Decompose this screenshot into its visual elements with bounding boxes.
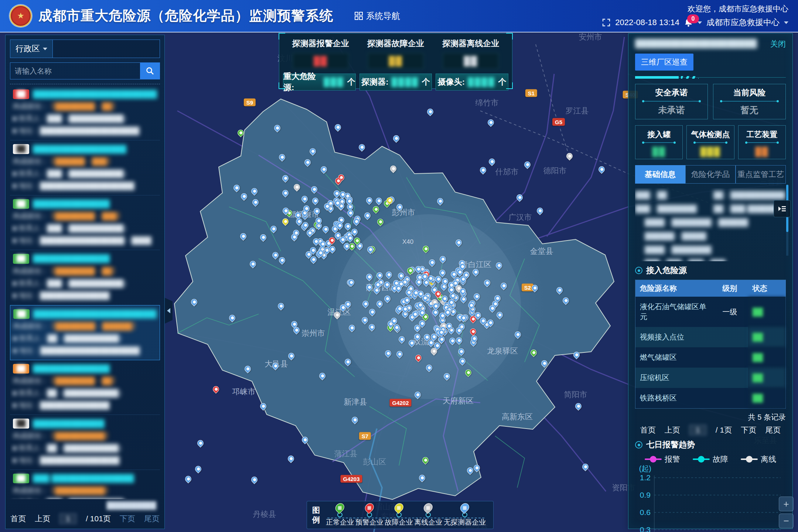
map-marker[interactable]: [251, 198, 260, 207]
map-marker[interactable]: [300, 194, 309, 203]
region-filter-dropdown[interactable]: 行政区: [10, 40, 53, 58]
map-marker[interactable]: [287, 454, 296, 463]
map-marker[interactable]: [212, 385, 221, 393]
map-marker[interactable]: [194, 465, 203, 474]
map-marker[interactable]: [540, 359, 549, 368]
map-marker[interactable]: [310, 185, 319, 194]
map-marker[interactable]: [414, 353, 423, 362]
map-marker[interactable]: [436, 197, 444, 205]
close-button[interactable]: 关闭: [770, 39, 786, 49]
page-number-input[interactable]: 1: [59, 513, 77, 524]
map-marker[interactable]: [499, 281, 508, 290]
fullscreen-icon[interactable]: [602, 18, 611, 27]
map-marker[interactable]: [319, 165, 328, 174]
map-marker[interactable]: [343, 222, 352, 231]
map-marker[interactable]: [535, 206, 544, 215]
map-marker[interactable]: [561, 296, 570, 305]
page-next-button[interactable]: 下页: [741, 425, 756, 435]
map-marker[interactable]: [321, 225, 330, 234]
map-marker[interactable]: [513, 330, 522, 339]
zoom-out-button[interactable]: −: [779, 514, 794, 528]
map-marker[interactable]: [278, 153, 287, 161]
map-marker[interactable]: [259, 233, 267, 242]
map-marker[interactable]: [357, 143, 366, 152]
map-marker[interactable]: [457, 347, 466, 356]
map-marker[interactable]: [333, 311, 342, 320]
map-marker[interactable]: [495, 310, 504, 319]
map-marker[interactable]: [365, 272, 374, 281]
company-list-item[interactable]: ████████████████构成级别：【████████－██】联系人：██…: [10, 360, 160, 415]
map-marker[interactable]: [360, 316, 369, 325]
map-marker[interactable]: [240, 192, 249, 201]
tab-basic-info[interactable]: 基础信息: [635, 165, 685, 184]
map-marker[interactable]: [448, 337, 457, 345]
map-marker[interactable]: [574, 402, 583, 411]
map-marker[interactable]: [523, 160, 532, 169]
map-marker[interactable]: [469, 327, 478, 336]
map-marker[interactable]: [385, 270, 393, 279]
map-marker[interactable]: [287, 351, 296, 360]
company-list-item[interactable]: ██████████████████████████构成级别：【████████…: [10, 86, 160, 140]
map-marker[interactable]: [318, 371, 327, 380]
org-menu[interactable]: 成都市应急救援中心: [706, 17, 780, 28]
map-marker[interactable]: [190, 298, 198, 307]
map-marker[interactable]: [248, 260, 257, 269]
search-button[interactable]: [140, 62, 160, 79]
map-marker[interactable]: [184, 475, 192, 484]
map-marker[interactable]: [458, 357, 467, 366]
map-marker[interactable]: [384, 349, 393, 358]
map-marker[interactable]: [368, 307, 376, 316]
map-marker[interactable]: [483, 278, 492, 287]
map-marker[interactable]: [581, 462, 590, 471]
panel-collapse-button[interactable]: [774, 200, 791, 217]
map-marker[interactable]: [351, 416, 359, 424]
map-marker[interactable]: [398, 335, 406, 344]
map-marker[interactable]: [292, 183, 301, 192]
map-marker[interactable]: [271, 250, 280, 259]
panel-scrollbar[interactable]: [786, 185, 788, 256]
page-first-button[interactable]: 首页: [640, 425, 656, 435]
system-nav-button[interactable]: 系统导航: [355, 10, 400, 22]
notification-button[interactable]: 0: [684, 18, 693, 27]
map-marker[interactable]: [281, 174, 290, 183]
map-marker[interactable]: [389, 164, 398, 173]
page-first-button[interactable]: 首页: [10, 514, 26, 524]
map-marker[interactable]: [365, 283, 374, 291]
map-marker[interactable]: [515, 193, 524, 202]
map-marker[interactable]: [269, 225, 278, 233]
map-marker[interactable]: [424, 363, 433, 372]
map-marker[interactable]: [413, 332, 422, 341]
map-marker[interactable]: [232, 183, 241, 192]
map-marker[interactable]: [250, 475, 259, 484]
map-marker[interactable]: [236, 128, 245, 137]
table-row[interactable]: 铁路栈桥区██: [635, 388, 786, 409]
map-marker[interactable]: [243, 365, 252, 374]
page-prev-button[interactable]: 上页: [665, 425, 680, 435]
page-next-button[interactable]: 下页: [120, 514, 135, 524]
map-marker[interactable]: [300, 435, 309, 444]
region-filter-value-input[interactable]: [53, 40, 160, 58]
zoom-in-button[interactable]: +: [779, 497, 794, 511]
map-marker[interactable]: [196, 439, 205, 448]
map-marker[interactable]: [333, 123, 342, 132]
page-last-button[interactable]: 尾页: [144, 514, 160, 524]
map-marker[interactable]: [273, 124, 282, 133]
company-list-item[interactable]: ████████████████构成级别：【████████－██】联系人：██…: [10, 250, 160, 305]
map-marker[interactable]: [344, 357, 352, 366]
map-marker[interactable]: [472, 292, 481, 301]
map-marker[interactable]: [531, 283, 539, 292]
map-marker[interactable]: [281, 217, 290, 226]
map-marker[interactable]: [439, 255, 447, 263]
company-list-item[interactable]: █████ ███████████████构成级别：【██████████】联系…: [10, 470, 160, 499]
map-marker[interactable]: [276, 301, 285, 310]
map-marker[interactable]: [278, 256, 287, 265]
map-marker[interactable]: [259, 402, 267, 411]
page-prev-button[interactable]: 上页: [35, 514, 50, 524]
map-marker[interactable]: [392, 134, 400, 143]
company-list-item[interactable]: ██████████████████████████构成级别：【████████…: [10, 305, 160, 360]
company-list-item[interactable]: ████████████████构成级别：【████████－███】联系人：█…: [10, 195, 160, 250]
map-marker[interactable]: [375, 271, 384, 280]
map-marker[interactable]: [464, 368, 473, 377]
map-marker[interactable]: [395, 202, 404, 211]
company-list-item[interactable]: ███████████████████构成级别：【██████－███】联系人：…: [10, 140, 160, 195]
